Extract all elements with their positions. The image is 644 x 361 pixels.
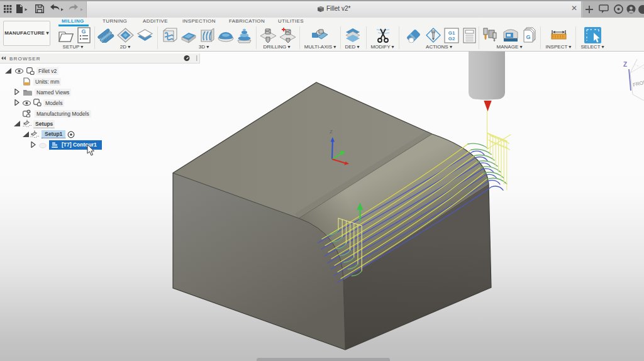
svg-text:Z: Z [330, 129, 333, 135]
svg-text:G1: G1 [448, 30, 455, 36]
svg-text:G2: G2 [448, 36, 455, 42]
svg-text:Z: Z [623, 61, 627, 68]
svg-text:G: G [526, 34, 530, 40]
svg-text:G: G [81, 28, 86, 35]
